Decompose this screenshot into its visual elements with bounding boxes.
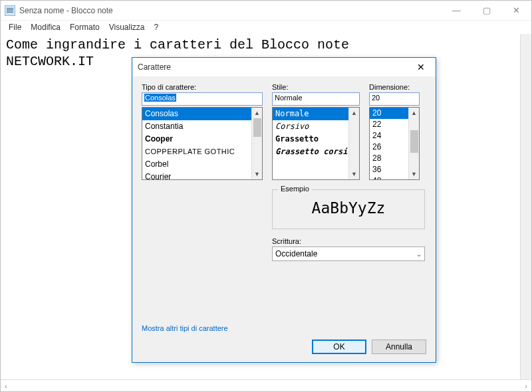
menu-edit[interactable]: Modifica	[27, 21, 65, 33]
dialog-body: Tipo di carattere: Consolas Consolas Con…	[132, 76, 436, 362]
font-listbox[interactable]: Consolas Constantia Cooper Copperplate G…	[142, 107, 263, 180]
script-group: Scrittura: Occidentale ⌄	[272, 237, 425, 261]
scroll-down-icon[interactable]: ▼	[409, 169, 419, 179]
scroll-thumb[interactable]	[253, 118, 261, 137]
font-item-copperplate[interactable]: Copperplate Gothic	[142, 146, 262, 158]
style-input-value: Normale	[275, 94, 303, 102]
font-style-size-row: Tipo di carattere: Consolas Consolas Con…	[142, 83, 426, 180]
font-dialog: Carattere ✕ Tipo di carattere: Consolas …	[132, 57, 436, 363]
example-text: AaBbYyZz	[279, 199, 418, 217]
dialog-title: Carattere	[138, 62, 171, 72]
size-input-value: 20	[372, 94, 380, 102]
size-column: Dimensione: 20 20 22 24 26 28 36 48 ▲	[369, 83, 420, 180]
scroll-thumb[interactable]	[410, 130, 418, 153]
scroll-down-icon[interactable]: ▼	[349, 169, 359, 179]
ok-button[interactable]: OK	[312, 340, 366, 354]
menubar: File Modifica Formato Visualizza ?	[1, 21, 531, 34]
menu-help[interactable]: ?	[150, 21, 163, 33]
menu-view[interactable]: Visualizza	[105, 21, 149, 33]
font-label: Tipo di carattere:	[142, 83, 263, 91]
font-input-value: Consolas	[144, 94, 176, 102]
statusbar: ‹ ›	[1, 379, 531, 391]
statusbar-right-icon: ›	[525, 382, 527, 390]
font-column: Tipo di carattere: Consolas Consolas Con…	[142, 83, 263, 180]
editor-line-1: Come ingrandire i caratteri del Blocco n…	[6, 37, 349, 52]
more-fonts-link[interactable]: Mostra altri tipi di carattere	[142, 324, 228, 332]
scroll-up-icon[interactable]: ▲	[349, 108, 359, 118]
style-list-scrollbar[interactable]: ▲ ▼	[348, 108, 359, 179]
example-legend: Esempio	[278, 185, 312, 193]
font-item-courier[interactable]: Courier	[142, 171, 262, 180]
maximize-button[interactable]: ▢	[471, 1, 501, 20]
window-controls: ― ▢ ✕	[442, 1, 531, 20]
menu-file[interactable]: File	[5, 21, 25, 33]
script-combo-value: Occidentale	[275, 249, 317, 258]
scroll-down-icon[interactable]: ▼	[252, 169, 262, 179]
dialog-titlebar: Carattere ✕	[132, 58, 436, 76]
style-item-grassetto[interactable]: Grassetto	[273, 133, 359, 146]
notepad-icon	[5, 5, 15, 16]
scroll-up-icon[interactable]: ▲	[409, 108, 419, 118]
style-input[interactable]: Normale	[272, 92, 360, 106]
size-input[interactable]: 20	[369, 92, 420, 106]
style-item-grassetto-corsivo[interactable]: Grassetto corsivo	[273, 146, 359, 158]
editor-line-2: NETCWORK.IT	[6, 54, 94, 69]
font-item-cooper[interactable]: Cooper	[142, 133, 262, 146]
style-listbox[interactable]: Normale Corsivo Grassetto Grassetto cors…	[272, 107, 360, 180]
style-item-corsivo[interactable]: Corsivo	[273, 120, 359, 133]
statusbar-left-icon: ‹	[5, 382, 7, 390]
example-group: Esempio AaBbYyZz	[272, 189, 425, 229]
link-row: Mostra altri tipi di carattere	[142, 320, 426, 340]
close-button[interactable]: ✕	[501, 1, 531, 20]
style-label: Stile:	[272, 83, 360, 91]
minimize-button[interactable]: ―	[442, 1, 471, 20]
font-item-consolas[interactable]: Consolas	[142, 108, 262, 120]
cancel-button[interactable]: Annulla	[372, 340, 426, 354]
dialog-close-button[interactable]: ✕	[412, 60, 430, 74]
scroll-up-icon[interactable]: ▲	[252, 108, 262, 118]
size-list-scrollbar[interactable]: ▲ ▼	[408, 108, 419, 179]
font-item-constantia[interactable]: Constantia	[142, 120, 262, 133]
size-listbox[interactable]: 20 22 24 26 28 36 48 ▲ ▼	[369, 107, 420, 180]
style-column: Stile: Normale Normale Corsivo Grassetto…	[272, 83, 360, 180]
font-input[interactable]: Consolas	[142, 92, 263, 106]
menu-format[interactable]: Formato	[66, 21, 104, 33]
font-list-scrollbar[interactable]: ▲ ▼	[251, 108, 262, 179]
style-item-normale[interactable]: Normale	[273, 108, 359, 120]
dialog-button-row: OK Annulla	[142, 340, 426, 357]
editor-scrollbar[interactable]	[520, 34, 531, 379]
script-combo[interactable]: Occidentale ⌄	[272, 246, 425, 261]
font-item-corbel[interactable]: Corbel	[142, 158, 262, 171]
titlebar: Senza nome - Blocco note ― ▢ ✕	[1, 1, 531, 21]
script-label: Scrittura:	[272, 237, 425, 245]
size-label: Dimensione:	[369, 83, 420, 91]
window-title: Senza nome - Blocco note	[19, 6, 113, 15]
example-fieldset: Esempio AaBbYyZz	[272, 189, 425, 229]
chevron-down-icon: ⌄	[416, 250, 422, 258]
